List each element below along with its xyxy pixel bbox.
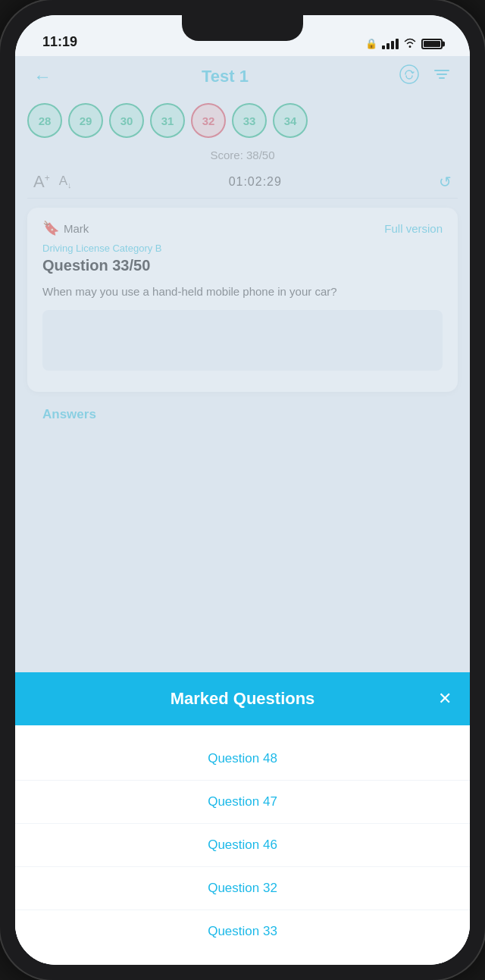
phone-shell: 11:19 🔒 bbox=[0, 0, 485, 980]
phone-screen: 11:19 🔒 bbox=[15, 15, 470, 965]
modal-body: Question 48 Question 47 Question 46 Ques… bbox=[15, 725, 470, 965]
main-content: ← Test 1 bbox=[15, 56, 470, 965]
modal-header: Marked Questions ✕ bbox=[15, 672, 470, 725]
lock-icon: 🔒 bbox=[365, 38, 377, 49]
status-icons: 🔒 bbox=[365, 37, 443, 50]
modal-close-button[interactable]: ✕ bbox=[438, 689, 452, 709]
marked-question-47[interactable]: Question 47 bbox=[15, 781, 470, 824]
notch bbox=[182, 15, 303, 41]
marked-question-33[interactable]: Question 33 bbox=[15, 910, 470, 953]
modal-title: Marked Questions bbox=[171, 689, 315, 709]
signal-bars-icon bbox=[382, 39, 399, 49]
marked-question-32[interactable]: Question 32 bbox=[15, 867, 470, 910]
battery-icon bbox=[421, 39, 443, 49]
status-time: 11:19 bbox=[42, 34, 77, 50]
wifi-icon bbox=[403, 37, 417, 50]
marked-questions-modal: Marked Questions ✕ Question 48 Question … bbox=[15, 672, 470, 965]
marked-question-48[interactable]: Question 48 bbox=[15, 737, 470, 781]
marked-question-46[interactable]: Question 46 bbox=[15, 824, 470, 867]
